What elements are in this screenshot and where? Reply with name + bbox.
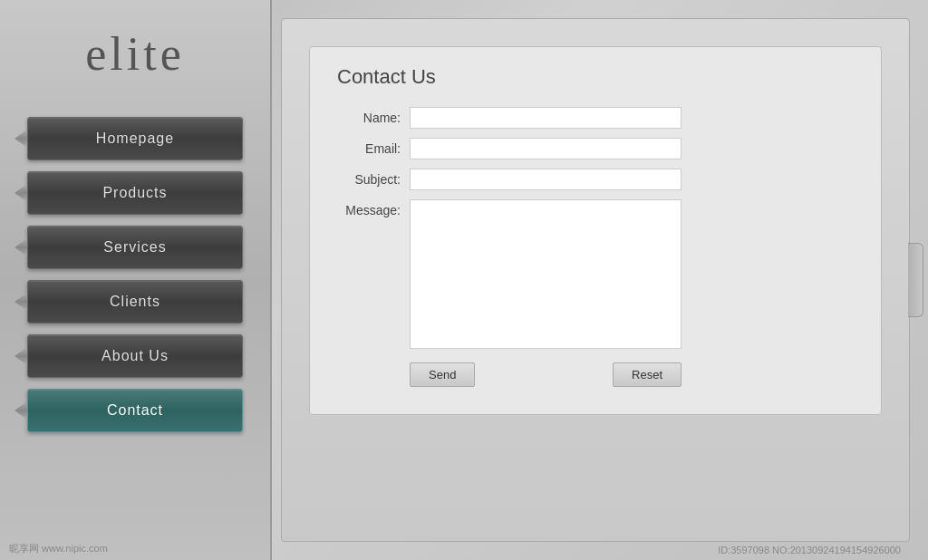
nav-item-products: Products bbox=[27, 171, 243, 215]
watermark-left: 昵享网 www.nipic.com bbox=[9, 542, 108, 555]
subject-label: Subject: bbox=[337, 169, 410, 187]
sidebar: elite Homepage Products Services Clients… bbox=[0, 0, 272, 560]
message-textarea[interactable] bbox=[410, 199, 682, 349]
subject-row: Subject: bbox=[337, 169, 854, 190]
message-label: Message: bbox=[337, 199, 410, 217]
email-input[interactable] bbox=[410, 138, 682, 159]
email-row: Email: bbox=[337, 138, 854, 159]
reset-button[interactable]: Reset bbox=[613, 362, 682, 387]
products-button[interactable]: Products bbox=[27, 171, 243, 215]
nav-item-services: Services bbox=[27, 226, 243, 269]
clients-button[interactable]: Clients bbox=[27, 280, 243, 323]
message-row: Message: bbox=[337, 199, 854, 349]
services-button[interactable]: Services bbox=[27, 226, 243, 269]
name-input[interactable] bbox=[410, 107, 682, 129]
subject-input[interactable] bbox=[410, 169, 682, 190]
form-buttons: Send Reset bbox=[337, 362, 682, 387]
logo: elite bbox=[0, 0, 270, 117]
watermark-right: ID:3597098 NO:20130924194154926000 bbox=[718, 545, 901, 555]
about-us-button[interactable]: About Us bbox=[27, 334, 243, 378]
name-row: Name: bbox=[337, 107, 854, 129]
send-button[interactable]: Send bbox=[410, 362, 475, 387]
nav-item-about-us: About Us bbox=[27, 334, 243, 378]
name-label: Name: bbox=[337, 107, 410, 125]
nav-item-contact: Contact bbox=[27, 389, 243, 432]
nav-item-homepage: Homepage bbox=[27, 117, 243, 160]
contact-title: Contact Us bbox=[337, 65, 854, 89]
nav-item-clients: Clients bbox=[27, 280, 243, 323]
main-content: Contact Us Name: Email: Subject: Message… bbox=[281, 18, 910, 542]
email-label: Email: bbox=[337, 138, 410, 156]
nav-items: Homepage Products Services Clients About… bbox=[0, 117, 270, 432]
homepage-button[interactable]: Homepage bbox=[27, 117, 243, 160]
contact-button[interactable]: Contact bbox=[27, 389, 243, 432]
contact-panel: Contact Us Name: Email: Subject: Message… bbox=[309, 46, 882, 415]
